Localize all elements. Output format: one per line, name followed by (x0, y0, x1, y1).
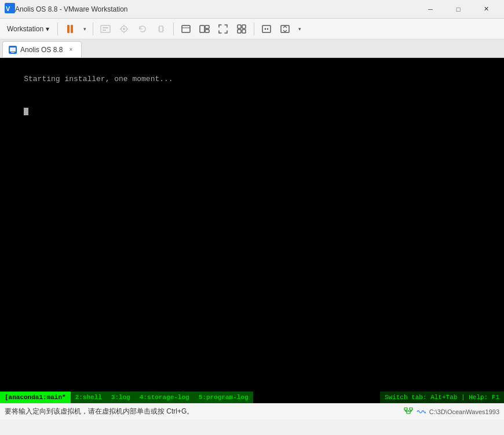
svg-rect-22 (407, 411, 410, 414)
vm-tab[interactable]: Anolis OS 8.8 × (2, 41, 82, 57)
minimize-button[interactable]: ─ (417, 0, 444, 19)
notification-text: 要将输入定向到该虚拟机，请在虚拟机内部单击或按 Ctrl+G。 (5, 407, 193, 416)
svg-rect-19 (10, 47, 16, 52)
titlebar-app-icon: V (5, 3, 15, 15)
svg-rect-4 (103, 30, 106, 31)
statusbar-tab-1[interactable]: [anaconda1:main* (0, 392, 71, 403)
notification-path: C:\3D\OceanWaves1993 (429, 408, 499, 415)
wave-icon (417, 407, 426, 416)
fullscreen2-dropdown-button[interactable]: ▾ (295, 21, 304, 37)
statusbar-tab-5[interactable]: 5:program-log (194, 392, 253, 403)
toolbar-separator-1 (57, 23, 58, 35)
statusbar-tab-2[interactable]: 2:shell (71, 392, 107, 403)
workstation-label: Workstation (7, 25, 43, 33)
toolbar-separator-3 (173, 23, 174, 35)
tab-close-button[interactable]: × (66, 45, 75, 54)
svg-point-6 (123, 28, 125, 30)
pause-resume-button[interactable] (61, 21, 79, 37)
workstation-menu[interactable]: Workstation ▾ (2, 23, 54, 35)
svg-rect-13 (242, 25, 246, 28)
svg-rect-23 (410, 408, 412, 410)
svg-rect-10 (205, 25, 209, 28)
cursor-line (24, 107, 28, 115)
suspend-button[interactable] (152, 21, 170, 37)
unity-button[interactable] (233, 21, 250, 37)
svg-text:V: V (6, 5, 10, 12)
cursor (24, 108, 28, 115)
tab-vm-icon (9, 46, 17, 54)
fullscreen-button[interactable] (214, 21, 232, 37)
snapshot-button[interactable] (115, 21, 133, 37)
toolbar-separator-4 (254, 23, 254, 35)
view-normal-button[interactable] (177, 21, 195, 37)
svg-rect-7 (182, 25, 190, 32)
svg-rect-12 (238, 25, 241, 28)
network-icon (404, 407, 413, 416)
quick-switch-button[interactable] (196, 21, 213, 37)
svg-rect-3 (103, 27, 108, 28)
statusbar-hint: Switch tab: Alt+Tab | Help: F1 (380, 392, 504, 403)
dropdown-arrow-icon: ▾ (46, 25, 49, 33)
wave-icon-group (417, 407, 426, 416)
svg-rect-9 (200, 25, 204, 32)
svg-rect-2 (101, 25, 110, 32)
toolbar-separator-2 (93, 23, 93, 35)
titlebar-title: Anolis OS 8.8 - VMware Workstation (15, 5, 417, 13)
menubar: Workstation ▾ ▾ (0, 19, 504, 39)
svg-rect-21 (404, 408, 407, 410)
pause-dropdown-button[interactable]: ▾ (80, 21, 89, 37)
svg-rect-20 (11, 52, 14, 53)
terminal-line1: Starting installer, one moment... (24, 75, 173, 83)
maximize-button[interactable]: □ (445, 0, 472, 19)
titlebar: V Anolis OS 8.8 - VMware Workstation ─ □… (0, 0, 504, 19)
close-button[interactable]: ✕ (473, 0, 499, 19)
titlebar-controls: ─ □ ✕ (417, 0, 499, 19)
fullscreen2-button[interactable] (276, 21, 294, 37)
svg-rect-15 (242, 30, 246, 33)
network-icon-group (404, 407, 413, 416)
revert-button[interactable] (134, 21, 151, 37)
notification-icons: C:\3D\OceanWaves1993 (404, 407, 499, 416)
terminal-output: Starting installer, one moment... (6, 64, 173, 127)
statusbar-tab-4[interactable]: 4:storage-log (135, 392, 194, 403)
statusbar-tab-3[interactable]: 3:log (107, 392, 135, 403)
svg-rect-11 (205, 30, 209, 32)
vm-statusbar: [anaconda1:main* 2:shell 3:log 4:storage… (0, 392, 504, 403)
tab-label: Anolis OS 8.8 (20, 46, 63, 54)
vm-settings-button[interactable] (97, 21, 114, 37)
ctrl-alt-del-button[interactable] (258, 21, 275, 37)
tabbar: Anolis OS 8.8 × (0, 39, 504, 58)
vm-display[interactable]: Starting installer, one moment... [anaco… (0, 58, 504, 403)
svg-rect-14 (238, 30, 241, 33)
notification-bar: 要将输入定向到该虚拟机，请在虚拟机内部单击或按 Ctrl+G。 C:\3D\Oc… (0, 403, 504, 419)
